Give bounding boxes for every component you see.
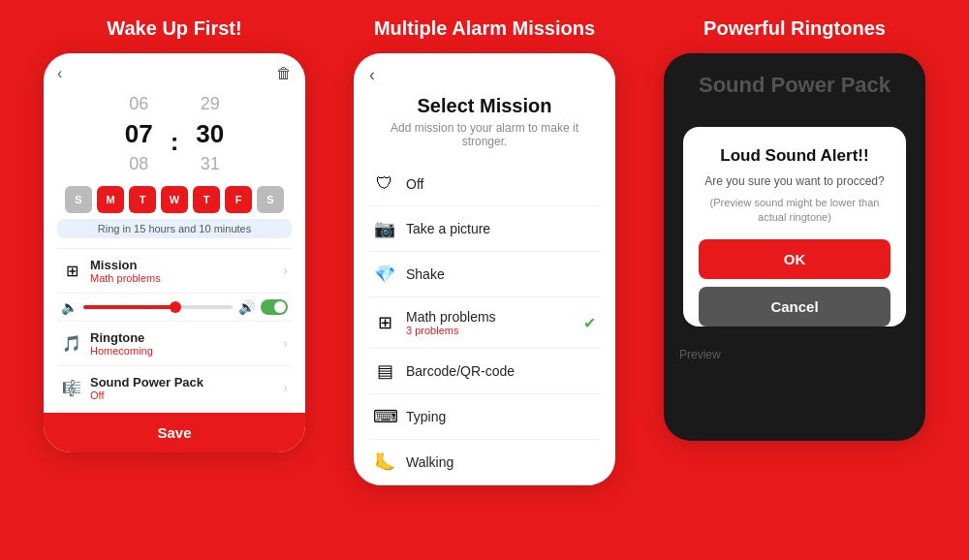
volume-slider[interactable] <box>83 305 233 309</box>
day-sun[interactable]: S <box>65 186 92 213</box>
alert-note: (Preview sound might be lower than actua… <box>699 196 891 226</box>
mission-walking[interactable]: 🦶 Walking <box>369 440 600 485</box>
time-picker: 06 07 08 : 29 30 31 <box>57 92 292 176</box>
ringtone-sub: Homecoming <box>90 345 275 357</box>
mission-math[interactable]: ⊞ Math problems 3 problems ✔ <box>369 297 600 349</box>
volume-high-icon: 🔊 <box>238 299 255 315</box>
alert-body: Are you sure you want to procced? <box>699 173 891 190</box>
sound-power-icon: 🎼 <box>61 379 82 397</box>
panel-ringtones: Powerful Ringtones Sound Power Pack Loud… <box>649 17 940 441</box>
ringtone-arrow: › <box>283 335 288 351</box>
mission-arrow: › <box>283 263 288 278</box>
sound-power-arrow: › <box>283 380 288 395</box>
mission-shake[interactable]: 💎 Shake <box>369 252 600 297</box>
ringtone-text: Ringtone Homecoming <box>90 330 275 357</box>
mission-barcode[interactable]: ▤ Barcode/QR-code <box>369 349 600 394</box>
sound-power-sub: Off <box>90 389 275 401</box>
sound-pack-title: Sound Power Pack <box>679 73 910 98</box>
panel1-title: Wake Up First! <box>107 17 241 40</box>
mission-label: Mission <box>90 258 275 272</box>
mission-typing-icon: ⌨ <box>373 406 396 427</box>
volume-low-icon: 🔈 <box>61 299 78 315</box>
day-thu[interactable]: T <box>193 186 220 213</box>
minutes-column: 29 30 31 <box>196 92 224 176</box>
mission-text: Mission Math problems <box>90 258 275 284</box>
mission-math-label: Math problems <box>406 309 574 325</box>
day-fri[interactable]: F <box>225 186 252 213</box>
mission-barcode-label: Barcode/QR-code <box>406 363 596 379</box>
panel-wake-up: Wake Up First! ‹ 🗑 06 07 08 : 29 30 <box>29 17 320 452</box>
phone2: ‹ Select Mission Add mission to your ala… <box>354 53 615 485</box>
alert-ok-button[interactable]: OK <box>699 239 891 279</box>
mission-picture-icon: 📷 <box>373 218 396 239</box>
mission-off[interactable]: 🛡 Off <box>369 162 600 206</box>
trash-icon[interactable]: 🗑 <box>276 65 292 82</box>
mission-shake-label: Shake <box>406 266 596 282</box>
preview-bar: Preview <box>679 340 910 369</box>
volume-row: 🔈 🔊 <box>57 294 292 322</box>
phone2-back-icon[interactable]: ‹ <box>369 65 375 85</box>
mission-off-label: Off <box>406 176 596 192</box>
mission-math-icon: ⊞ <box>373 312 396 333</box>
minutes-selected: 30 <box>196 116 224 151</box>
hours-selected: 07 <box>125 116 153 151</box>
panel2-title: Multiple Alarm Missions <box>374 17 595 40</box>
sound-power-text: Sound Power Pack Off <box>90 375 275 401</box>
phone3: Sound Power Pack Loud Sound Alert!! Are … <box>664 53 925 441</box>
mission-sub: Math problems <box>90 272 275 284</box>
minutes-next: 31 <box>201 152 220 176</box>
mission-shake-icon: 💎 <box>373 264 396 285</box>
mission-typing[interactable]: ⌨ Typing <box>369 394 600 440</box>
mission-walking-label: Walking <box>406 454 596 470</box>
ringtone-label: Ringtone <box>90 330 275 345</box>
mission-math-check: ✔ <box>583 314 596 332</box>
hours-prev: 06 <box>129 92 148 116</box>
mission-walking-icon: 🦶 <box>373 451 396 473</box>
settings-sound-power[interactable]: 🎼 Sound Power Pack Off › <box>57 366 292 411</box>
panel-missions: Multiple Alarm Missions ‹ Select Mission… <box>339 17 630 485</box>
panels-container: Wake Up First! ‹ 🗑 06 07 08 : 29 30 <box>0 0 969 495</box>
volume-thumb <box>170 301 181 313</box>
volume-toggle[interactable] <box>261 299 288 315</box>
back-icon[interactable]: ‹ <box>57 65 62 82</box>
mission-barcode-icon: ▤ <box>373 360 396 382</box>
mission-math-sub: 3 problems <box>406 325 574 336</box>
panel3-title: Powerful Ringtones <box>703 17 886 40</box>
hours-column: 06 07 08 <box>125 92 153 176</box>
phone1-header: ‹ 🗑 <box>57 65 292 82</box>
mission-off-icon: 🛡 <box>373 173 396 194</box>
mission-list: 🛡 Off 📷 Take a picture 💎 Shake <box>369 162 600 485</box>
phone2-header: ‹ <box>369 65 600 85</box>
mission-typing-label: Typing <box>406 409 596 424</box>
day-mon[interactable]: M <box>97 186 124 213</box>
ringtone-icon: 🎵 <box>61 334 82 353</box>
settings-ringtone[interactable]: 🎵 Ringtone Homecoming › <box>57 322 292 366</box>
ring-info: Ring in 15 hours and 10 minutes <box>57 219 292 238</box>
mission-icon: ⊞ <box>61 262 82 280</box>
phone2-phone-title: Select Mission <box>369 95 600 117</box>
settings-mission[interactable]: ⊞ Mission Math problems › <box>57 249 292 294</box>
settings-list: ⊞ Mission Math problems › 🔈 🔊 <box>57 248 292 411</box>
mission-picture-label: Take a picture <box>406 221 596 236</box>
day-sat[interactable]: S <box>257 186 284 213</box>
time-colon: : <box>171 127 179 157</box>
days-row: S M T W T F S <box>57 186 292 213</box>
hours-next: 08 <box>129 152 148 176</box>
phone1: ‹ 🗑 06 07 08 : 29 30 31 <box>44 53 305 452</box>
day-wed[interactable]: W <box>161 186 188 213</box>
mission-picture[interactable]: 📷 Take a picture <box>369 206 600 252</box>
alert-title: Loud Sound Alert!! <box>699 146 891 166</box>
day-tue[interactable]: T <box>129 186 156 213</box>
save-button[interactable]: Save <box>44 413 305 452</box>
minutes-prev: 29 <box>201 92 220 116</box>
alert-dialog: Loud Sound Alert!! Are you sure you want… <box>683 127 906 327</box>
alert-cancel-button[interactable]: Cancel <box>699 287 891 327</box>
phone2-subtitle: Add mission to your alarm to make it str… <box>369 121 600 148</box>
sound-power-label: Sound Power Pack <box>90 375 275 389</box>
